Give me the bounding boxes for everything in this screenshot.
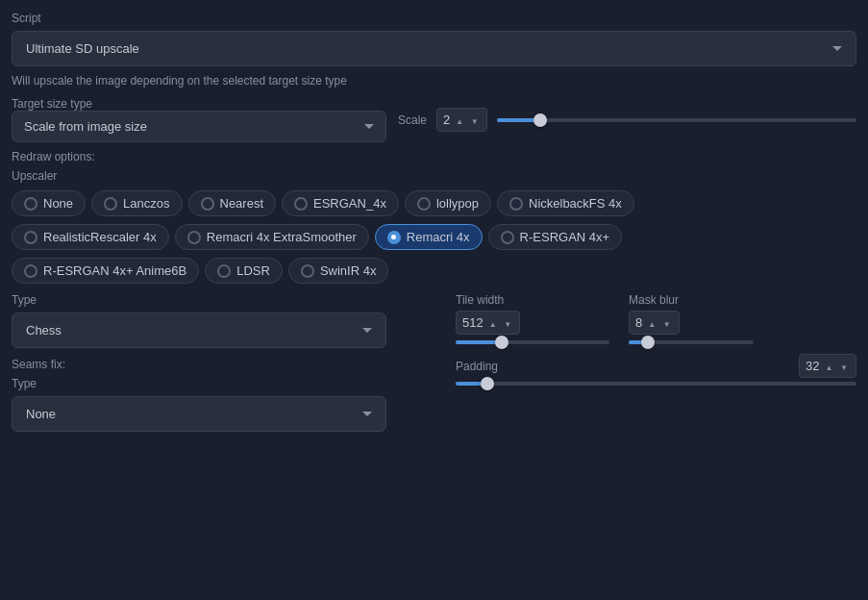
scale-value: 2 xyxy=(443,112,450,127)
tile-width-down-btn[interactable]: ▼ xyxy=(502,320,513,330)
script-value: Ultimate SD upscale xyxy=(26,41,139,56)
padding-thumb xyxy=(481,377,494,390)
radio-remacri-extra-circle xyxy=(187,231,201,244)
script-dropdown[interactable]: Ultimate SD upscale xyxy=(12,31,856,66)
radio-remacri-extra-label: Remacri 4x ExtraSmoother xyxy=(207,230,357,244)
radio-swinir-label: SwinIR 4x xyxy=(320,263,377,278)
mask-blur-down-btn[interactable]: ▼ xyxy=(661,320,673,330)
upscaler-label: Upscaler xyxy=(12,169,856,183)
tile-width-up-btn[interactable]: ▲ xyxy=(487,320,499,330)
radio-realistic-label: RealisticRescaler 4x xyxy=(43,230,157,244)
mask-blur-up-btn[interactable]: ▲ xyxy=(646,320,657,330)
radio-swinir[interactable]: SwinIR 4x xyxy=(288,258,389,284)
scale-spinners: ▲ ▼ xyxy=(454,112,480,127)
right-column: Tile width 512 ▲ ▼ xyxy=(456,293,856,439)
radio-realistic-circle xyxy=(24,231,37,244)
radio-esrgan4x-circle xyxy=(294,197,308,211)
target-scale-row: Target size type Scale from image size S… xyxy=(12,97,856,142)
mask-blur-slider-wrap xyxy=(629,340,754,344)
scale-up-btn[interactable]: ▲ xyxy=(454,117,465,127)
radio-nearest-label: Nearest xyxy=(220,196,264,211)
mask-blur-label: Mask blur xyxy=(629,293,754,307)
upscaler-row-1: None Lanczos Nearest ESRGAN_4x lollypop … xyxy=(12,190,856,216)
script-chevron-icon xyxy=(832,46,842,51)
tile-width-input[interactable]: 512 ▲ ▼ xyxy=(456,311,520,335)
seams-value: None xyxy=(26,407,56,421)
type-dropdown[interactable]: Chess xyxy=(12,312,386,348)
padding-down-btn[interactable]: ▼ xyxy=(838,363,850,373)
tile-width-value: 512 xyxy=(462,315,484,330)
radio-lanczos[interactable]: Lanczos xyxy=(91,190,182,216)
target-label: Target size type xyxy=(12,97,386,111)
tile-mask-row: Tile width 512 ▲ ▼ xyxy=(456,293,856,344)
padding-label: Padding xyxy=(456,360,523,373)
radio-nearest-circle xyxy=(201,197,214,211)
seams-type-label: Type xyxy=(12,377,444,390)
mask-blur-value: 8 xyxy=(635,315,642,330)
script-section: Script Ultimate SD upscale xyxy=(12,8,856,66)
type-chevron-icon xyxy=(362,328,372,333)
radio-ldsr-circle xyxy=(217,264,231,278)
tile-width-slider[interactable] xyxy=(456,340,609,344)
tile-width-thumb xyxy=(495,336,508,349)
radio-nearest[interactable]: Nearest xyxy=(188,190,277,216)
tile-width-control: 512 ▲ ▼ xyxy=(456,311,609,335)
radio-nickelback-label: NickelbackFS 4x xyxy=(529,196,622,211)
radio-ldsr[interactable]: LDSR xyxy=(205,258,283,284)
type-label: Type xyxy=(12,293,444,307)
radio-esrgan4x-label: ESRGAN_4x xyxy=(313,196,386,211)
radio-lollypop-circle xyxy=(417,197,431,211)
radio-esrgan4x[interactable]: ESRGAN_4x xyxy=(282,190,399,216)
target-chevron-icon xyxy=(364,124,374,129)
radio-remacri-circle xyxy=(387,231,401,244)
radio-resrgan-plus-circle xyxy=(501,231,514,244)
radio-lollypop[interactable]: lollypop xyxy=(405,190,491,216)
tile-width-slider-wrap xyxy=(456,340,609,344)
radio-ldsr-label: LDSR xyxy=(236,263,270,278)
radio-none-circle xyxy=(24,197,37,211)
mask-blur-control: 8 ▲ ▼ xyxy=(629,311,754,335)
seams-dropdown[interactable]: None xyxy=(12,396,386,432)
target-section: Target size type Scale from image size xyxy=(12,97,386,142)
mask-blur-input[interactable]: 8 ▲ ▼ xyxy=(629,311,680,335)
upscaler-row-2: RealisticRescaler 4x Remacri 4x ExtraSmo… xyxy=(12,224,856,250)
padding-header: Padding 32 ▲ ▼ xyxy=(456,354,856,378)
scale-down-btn[interactable]: ▼ xyxy=(469,117,481,127)
tile-width-section: Tile width 512 ▲ ▼ xyxy=(456,293,609,344)
mask-blur-spinners: ▲ ▼ xyxy=(646,315,672,330)
padding-up-btn[interactable]: ▲ xyxy=(824,363,835,373)
radio-remacri[interactable]: Remacri 4x xyxy=(375,224,483,250)
redraw-label: Redraw options: xyxy=(12,150,856,163)
radio-resrgan-anime-label: R-ESRGAN 4x+ Anime6B xyxy=(43,263,186,278)
target-value: Scale from image size xyxy=(24,119,147,134)
radio-none-label: None xyxy=(43,196,73,211)
padding-section: Padding 32 ▲ ▼ xyxy=(456,354,856,386)
type-tile-layout: Type Chess Seams fix: Type None Tile wid… xyxy=(12,293,856,439)
padding-input[interactable]: 32 ▲ ▼ xyxy=(799,354,856,378)
left-column: Type Chess Seams fix: Type None xyxy=(12,293,444,439)
seams-label: Seams fix: xyxy=(12,358,444,371)
radio-remacri-extra[interactable]: Remacri 4x ExtraSmoother xyxy=(175,224,369,250)
padding-spinners: ▲ ▼ xyxy=(824,359,850,373)
radio-nickelback-circle xyxy=(509,197,523,211)
scale-thumb xyxy=(533,113,547,127)
scale-slider[interactable] xyxy=(497,118,856,122)
radio-resrgan-anime-circle xyxy=(24,264,37,278)
radio-nickelback[interactable]: NickelbackFS 4x xyxy=(497,190,634,216)
radio-lollypop-label: lollypop xyxy=(436,196,479,211)
target-dropdown[interactable]: Scale from image size xyxy=(12,111,386,142)
radio-swinir-circle xyxy=(301,264,314,278)
mask-blur-slider[interactable] xyxy=(629,340,754,344)
radio-remacri-label: Remacri 4x xyxy=(407,230,470,244)
scale-input[interactable]: 2 ▲ ▼ xyxy=(436,108,487,132)
padding-value: 32 xyxy=(806,359,819,373)
padding-slider[interactable] xyxy=(456,382,856,386)
radio-resrgan-plus[interactable]: R-ESRGAN 4x+ xyxy=(488,224,623,250)
radio-none[interactable]: None xyxy=(12,190,86,216)
radio-resrgan-anime[interactable]: R-ESRGAN 4x+ Anime6B xyxy=(12,258,199,284)
radio-realistic[interactable]: RealisticRescaler 4x xyxy=(12,224,169,250)
scale-label: Scale xyxy=(398,113,427,127)
script-label: Script xyxy=(12,8,856,25)
tile-width-spinners: ▲ ▼ xyxy=(487,315,513,330)
mask-blur-section: Mask blur 8 ▲ ▼ xyxy=(629,293,754,344)
